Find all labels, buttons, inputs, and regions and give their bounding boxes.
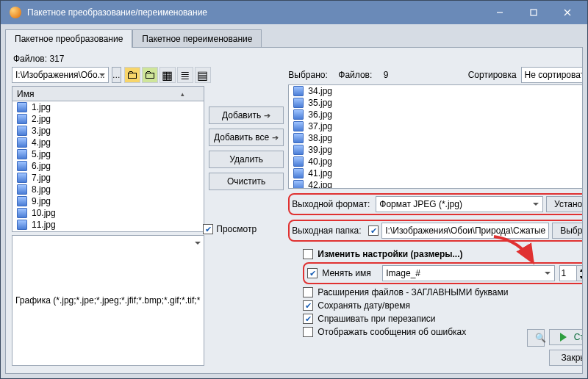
list-item[interactable]: 4.jpg [12,137,204,148]
folder-tree-icon[interactable]: 🗀 [124,67,140,83]
list-item[interactable]: 41.jpg [289,167,583,179]
remove-button[interactable]: Удалить [209,151,284,168]
list-item[interactable]: 34.jpg [289,85,583,97]
list-item[interactable]: 38.jpg [289,132,583,144]
list-item[interactable]: 7.jpg [12,172,204,184]
list-item[interactable]: 42.jpg [289,179,583,189]
list-item[interactable]: 36.jpg [289,109,583,120]
list-item[interactable]: 12.jpg [12,231,204,232]
image-file-icon [17,137,27,148]
use-output-folder-checkbox[interactable] [368,225,379,236]
preview-button[interactable]: 🔍 [527,329,545,347]
output-folder-row: Выходная папка: I:\Изображения\Обои\Прир… [288,220,583,242]
list-item[interactable]: 5.jpg [12,148,204,160]
image-file-icon [17,208,27,218]
spin-up-icon[interactable]: ▲ [576,266,583,273]
image-file-icon [17,102,27,112]
image-file-icon [17,184,27,195]
source-file-list[interactable]: 1.jpg2.jpg3.jpg4.jpg5.jpg6.jpg7.jpg8.jpg… [12,101,204,232]
selected-files-label: Файлов: [338,70,372,80]
spin-down-icon[interactable]: ▼ [576,273,583,281]
ask-overwrite-label: Спрашивать при перезаписи [318,314,435,324]
list-item[interactable]: 8.jpg [12,184,204,195]
rename-checkbox[interactable] [307,268,318,278]
add-button[interactable]: Добавить [209,107,284,124]
keep-date-label: Сохранять дату/время [318,300,410,311]
output-panel: Выбрано: Файлов: 9 Сортировка Не сортиро… [288,67,583,366]
list-item[interactable]: 35.jpg [289,97,583,109]
list-item[interactable]: 39.jpg [289,144,583,156]
list-item[interactable]: 6.jpg [12,160,204,172]
resize-checkbox[interactable] [303,249,313,259]
ask-overwrite-checkbox[interactable] [303,314,313,324]
list-item[interactable]: 10.jpg [12,207,204,219]
maximize-button[interactable] [517,1,551,24]
sort-dropdown[interactable]: Не сортировать [521,67,583,83]
image-file-icon [293,168,304,178]
transfer-buttons: Добавить Добавить все Удалить Очистить [209,67,284,366]
image-file-icon [17,114,27,124]
preview-label: Просмотр [216,224,257,234]
list-item[interactable]: 1.jpg [12,101,204,113]
clear-button[interactable]: Очистить [209,173,284,190]
image-file-icon [17,161,27,171]
view-thumbs-icon[interactable]: ▦ [159,67,176,83]
view-list-icon[interactable]: ≣ [177,67,193,83]
image-file-icon [17,149,27,159]
sort-label: Сортировка [468,70,517,80]
tab-rename[interactable]: Пакетное переименование [132,29,262,48]
output-folder-input[interactable]: I:\Изображения\Обои\Природа\Сжатые [381,223,549,239]
image-file-icon [293,86,304,96]
files-count-label: Файлов: 317 [13,54,576,64]
source-path-up-button[interactable]: … [112,67,121,83]
image-file-icon [293,145,304,155]
browse-folder-button[interactable]: Выбрать [552,223,583,239]
show-errors-checkbox[interactable] [303,327,313,337]
image-file-icon [17,126,27,136]
selected-label: Выбрано: [288,70,334,80]
svg-rect-1 [531,10,537,15]
options-panel: Изменить настройки (размеры...) Менять и… [303,249,583,337]
window-title: Пакетное преобразование/переименование [27,7,483,18]
rename-start-spinner[interactable]: 1 ▲▼ [559,265,583,281]
image-file-icon [17,173,27,183]
source-panel: I:\Изображения\Обо... … 🗀 🗀 ▦ ≣ ▤ Имя 1.… [12,67,204,366]
tab-bar: Пакетное преобразование Пакетное переиме… [1,24,587,47]
format-settings-button[interactable]: Установки [546,196,583,212]
image-file-icon [293,121,304,131]
close-button[interactable] [551,1,584,24]
add-all-button[interactable]: Добавить все [209,129,284,146]
rename-row: Менять имя Image_# 1 ▲▼ ? [303,262,583,284]
list-item[interactable]: 3.jpg [12,125,204,137]
keep-date-checkbox[interactable] [303,300,313,311]
show-errors-label: Отображать сообщения об ошибках [318,327,466,337]
source-path-combo[interactable]: I:\Изображения\Обо... [12,67,109,83]
upper-ext-checkbox[interactable] [303,287,313,297]
output-format-label: Выходной формат: [292,199,373,209]
list-item[interactable]: 9.jpg [12,195,204,207]
view-toolbar: 🗀 🗀 ▦ ≣ ▤ [124,67,211,83]
batch-convert-window: Пакетное преобразование/переименование П… [0,0,588,379]
minimize-button[interactable] [483,1,517,24]
folder-up-icon[interactable]: 🗀 [142,67,158,83]
selected-file-list[interactable]: 34.jpg35.jpg36.jpg37.jpg38.jpg39.jpg40.j… [288,84,583,189]
output-folder-label: Выходная папка: [292,225,365,236]
close-dialog-button[interactable]: Закрыть [549,350,583,366]
list-item[interactable]: 37.jpg [289,120,583,132]
file-filter-combo[interactable]: Графика (*.jpg;*.jpe;*.jpeg;*.jfif;*.bmp… [12,235,204,367]
image-file-icon [293,133,304,143]
image-file-icon [17,196,27,206]
output-format-dropdown[interactable]: Формат JPEG (*.jpg) [376,196,543,212]
list-item[interactable]: 2.jpg [12,113,204,125]
list-item[interactable]: 11.jpg [12,219,204,231]
start-button[interactable]: Старт [549,329,583,345]
rename-pattern-input[interactable]: Image_# [382,265,554,281]
list-item[interactable]: 40.jpg [289,156,583,167]
image-file-icon [17,220,27,230]
source-list-header[interactable]: Имя [12,86,204,101]
preview-checkbox[interactable] [203,224,213,234]
resize-label: Изменить настройки (размеры...) [318,249,462,259]
tab-convert[interactable]: Пакетное преобразование [5,29,132,48]
image-file-icon [17,231,27,232]
image-file-icon [293,156,304,167]
